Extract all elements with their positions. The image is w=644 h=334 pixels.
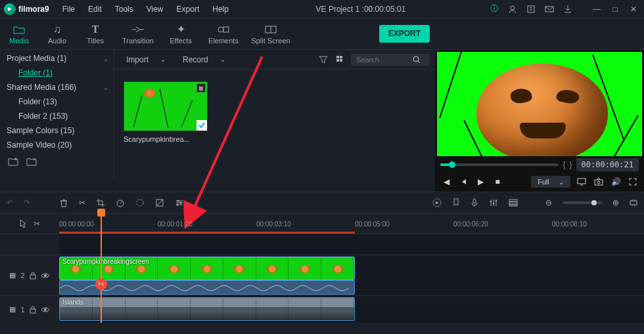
tab-titles[interactable]: T Titles (76, 18, 114, 49)
tab-elements[interactable]: Elements (200, 18, 247, 49)
lock-icon[interactable] (30, 272, 36, 280)
record-dropdown[interactable]: Record⌄ (176, 53, 232, 66)
stop-icon[interactable]: ■ (492, 176, 503, 188)
tab-audio[interactable]: ♫ Audio (38, 18, 76, 49)
maximize-button[interactable]: □ (609, 3, 622, 16)
manage-tracks-icon[interactable] (509, 199, 518, 207)
clip-islands[interactable]: Islands (59, 297, 355, 321)
brace-left[interactable]: { (563, 160, 565, 169)
menu-tools[interactable]: Tools (110, 3, 139, 16)
marker-icon[interactable] (452, 198, 460, 207)
delete-icon[interactable] (59, 198, 68, 207)
mixer-icon[interactable] (489, 199, 498, 207)
display-settings-icon[interactable] (576, 176, 587, 188)
playhead-handle[interactable] (97, 209, 105, 217)
tab-transition[interactable]: Transition (114, 18, 162, 49)
zoom-slider[interactable] (563, 201, 602, 204)
close-button[interactable]: ✕ (627, 3, 640, 16)
info-icon[interactable]: ⓘ (488, 3, 501, 16)
export-button[interactable]: EXPORT (379, 25, 430, 43)
grid-view-icon[interactable] (334, 53, 347, 66)
menu-edit[interactable]: Edit (83, 3, 107, 16)
module-toolbar: Media ♫ Audio T Titles Transition ✦ Effe… (0, 18, 644, 50)
timeline-ruler[interactable]: 00:00:00:00 00:00:01:20 00:00:03:10 00:0… (59, 214, 644, 234)
menu-file[interactable]: File (57, 3, 80, 16)
tab-splitscreen[interactable]: Split Screen (247, 18, 294, 49)
svg-rect-34 (30, 309, 35, 313)
step-back-icon[interactable] (457, 176, 469, 188)
crop-icon[interactable] (96, 198, 105, 207)
sidebar-item-project-media[interactable]: Project Media (1) ⌄ (0, 51, 114, 66)
play-icon[interactable]: ▶ (474, 176, 486, 188)
lock-icon[interactable] (30, 306, 36, 314)
volume-icon[interactable]: 🔊 (610, 176, 622, 188)
window-title: VE Project 1 :00:00:05:01 (234, 5, 488, 14)
menu-help[interactable]: Help (207, 3, 234, 16)
thumbnail-area: ▦ Scarypumpkinbrea... (114, 70, 435, 192)
snapshot-icon[interactable] (593, 176, 605, 188)
tab-media[interactable]: Media (0, 18, 38, 49)
content-bar: Import⌄ Record⌄ (114, 50, 435, 70)
menu-export[interactable]: Export (172, 3, 205, 16)
undo-icon[interactable]: ↶ (7, 198, 13, 207)
color-icon[interactable] (135, 198, 145, 207)
new-folder-icon[interactable] (7, 155, 20, 168)
playhead[interactable] (101, 214, 102, 323)
menu-view[interactable]: View (141, 3, 169, 16)
render-icon[interactable] (432, 198, 442, 207)
timeline-track-2: ▦ 2 Scarypumpkinbreakingscreen (0, 255, 644, 295)
greenscreen-icon[interactable] (155, 198, 164, 207)
blade-tool-icon[interactable]: ✂ (34, 219, 40, 228)
tab-effects[interactable]: ✦ Effects (162, 18, 200, 49)
preview-canvas[interactable] (437, 52, 642, 156)
remove-folder-icon[interactable] (25, 155, 38, 168)
voiceover-icon[interactable] (471, 198, 478, 207)
tab-label: Split Screen (251, 37, 290, 45)
svg-point-0 (511, 6, 515, 10)
feedback-icon[interactable] (524, 3, 538, 16)
search-input[interactable] (356, 56, 409, 64)
speed-icon[interactable] (116, 198, 125, 207)
thumbnail-label: Scarypumpkinbrea... (124, 135, 208, 143)
chevron-down-icon: ⌄ (220, 56, 225, 63)
fullscreen-icon[interactable] (627, 176, 639, 188)
adjust-icon[interactable] (175, 198, 184, 207)
svg-rect-10 (340, 59, 342, 62)
sidebar-item-folder1[interactable]: Folder (1) (0, 66, 114, 80)
sidebar-item-folder13[interactable]: Folder (13) (0, 94, 114, 109)
thumbnail-image: ▦ (124, 81, 208, 131)
zoom-in-icon[interactable]: ⊕ (612, 198, 619, 207)
account-icon[interactable] (506, 3, 519, 16)
visibility-icon[interactable] (41, 306, 50, 313)
preview-panel: { } 00:00:00:21 ◀ ▶ ■ Full⌄ 🔊 (435, 50, 644, 192)
preview-quality-dropdown[interactable]: Full⌄ (531, 176, 570, 188)
split-icon[interactable]: ✂ (79, 198, 85, 207)
filter-icon[interactable] (317, 53, 330, 66)
prev-frame-icon[interactable]: ◀ (440, 176, 452, 188)
zoom-fit-icon[interactable] (630, 199, 637, 207)
tab-label: Effects (170, 37, 191, 45)
zoom-out-icon[interactable]: ⊖ (545, 198, 552, 207)
redo-icon[interactable]: ↷ (24, 198, 30, 207)
sidebar-item-sample-video[interactable]: Sample Video (20) (0, 138, 114, 152)
visibility-icon[interactable] (41, 272, 50, 279)
svg-rect-26 (493, 203, 494, 204)
chevron-down-icon: ⌄ (160, 56, 166, 63)
pointer-tool-icon[interactable] (19, 219, 27, 228)
sidebar-item-shared-media[interactable]: Shared Media (166) ⌄ (0, 80, 114, 94)
minimize-button[interactable]: — (590, 3, 603, 16)
sidebar-item-folder2[interactable]: Folder 2 (153) (0, 109, 114, 123)
import-dropdown[interactable]: Import⌄ (120, 53, 172, 66)
split-marker-icon[interactable]: ✂ (95, 278, 107, 290)
download-icon[interactable] (561, 3, 574, 16)
search-box[interactable] (351, 54, 430, 66)
media-thumbnail[interactable]: ▦ Scarypumpkinbrea... (124, 81, 208, 143)
timeline-gap (0, 234, 644, 255)
slider-knob[interactable] (449, 161, 455, 168)
message-icon[interactable] (543, 3, 556, 16)
sidebar-item-sample-colors[interactable]: Sample Colors (15) (0, 123, 114, 138)
brace-right[interactable]: } (570, 160, 572, 169)
preview-slider[interactable]: { } 00:00:00:21 (435, 158, 644, 172)
svg-point-22 (177, 204, 179, 206)
clip-scarypumpkin[interactable]: Scarypumpkinbreakingscreen (59, 257, 355, 280)
